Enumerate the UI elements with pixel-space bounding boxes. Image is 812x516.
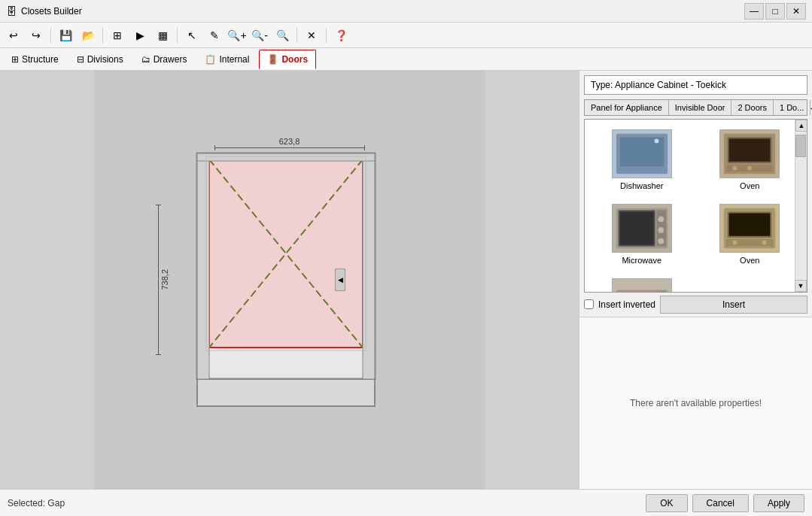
svg-point-13 xyxy=(654,139,658,144)
drawing-area: 623,8 738,2 xyxy=(181,137,399,423)
doors-icon: 🚪 xyxy=(267,54,278,65)
microwave-label: Microwave xyxy=(622,256,661,265)
svg-rect-24 xyxy=(620,212,654,245)
toolbar-sep-5 xyxy=(326,28,327,43)
svg-point-27 xyxy=(658,227,664,233)
appliance-dishwasher[interactable]: Dishwasher xyxy=(588,123,696,197)
microwave-thumb xyxy=(612,204,672,253)
svg-point-20 xyxy=(747,166,752,171)
toolbar-sep-4 xyxy=(297,28,297,43)
structure-icon: ⊞ xyxy=(11,54,19,65)
toolbar-open[interactable]: 📂 xyxy=(78,26,99,45)
dishwasher-thumb xyxy=(612,129,672,178)
canvas-background: 623,8 738,2 xyxy=(94,71,485,489)
toolbar-save[interactable]: 💾 xyxy=(55,26,76,45)
close-button[interactable]: ✕ xyxy=(786,3,806,20)
scroll-up[interactable]: ▲ xyxy=(795,120,807,132)
svg-rect-4 xyxy=(197,379,375,406)
apply-button[interactable]: Apply xyxy=(753,494,804,512)
toolbar-sep-1 xyxy=(50,28,51,43)
svg-rect-5 xyxy=(197,153,209,379)
properties-message: There aren't available properties! xyxy=(630,398,762,408)
toolbar-layout[interactable]: ▦ xyxy=(152,26,173,45)
toolbar-help[interactable]: ❓ xyxy=(330,26,351,45)
internal-icon: 📋 xyxy=(205,54,216,65)
canvas-area: ◀ 623,8 738,2 xyxy=(0,71,579,489)
toolbar-zoom-in[interactable]: 🔍+ xyxy=(227,26,248,45)
bottom-bar: Selected: Gap OK Cancel Apply xyxy=(0,489,812,516)
status-text: Selected: Gap xyxy=(8,498,65,508)
door-tab-panel[interactable]: Panel for Appliance xyxy=(585,100,669,115)
main-toolbar: ↩ ↪ 💾 📂 ⊞ ▶ ▦ ↖ ✎ 🔍+ 🔍- 🔍 ✕ ❓ xyxy=(0,23,812,48)
svg-rect-37 xyxy=(616,290,668,291)
app-title: Closets Builder xyxy=(21,6,744,17)
scroll-thumb[interactable] xyxy=(795,135,806,157)
tab-divisions[interactable]: ⊟ Divisions xyxy=(68,50,132,69)
cabinet-drawing xyxy=(196,152,376,408)
door-tab-invisible[interactable]: Invisible Door xyxy=(669,100,732,115)
window-controls: — □ ✕ xyxy=(744,3,806,20)
insert-inverted-label[interactable]: Insert inverted xyxy=(584,299,655,310)
toolbar-cursor[interactable]: ↖ xyxy=(181,26,202,45)
height-value: 738,2 xyxy=(160,269,169,290)
toolbar-zoom-out[interactable]: 🔍- xyxy=(249,26,270,45)
door-tabs: Panel for Appliance Invisible Door 2 Doo… xyxy=(584,99,807,116)
door-tab-1door[interactable]: 1 Do... xyxy=(774,100,810,115)
bottom-buttons: OK Cancel Apply xyxy=(646,494,804,512)
width-value: 623,8 xyxy=(279,137,300,146)
toolbar-next[interactable]: ▶ xyxy=(129,26,151,45)
toolbar-undo[interactable]: ↩ xyxy=(3,26,24,45)
svg-rect-7 xyxy=(197,153,375,161)
toolbar-sep-3 xyxy=(177,28,178,43)
tab-drawers[interactable]: 🗂 Drawers xyxy=(133,50,196,69)
insert-row: Insert inverted Insert xyxy=(584,296,807,314)
tab-doors[interactable]: 🚪 Doors xyxy=(259,50,316,69)
svg-rect-32 xyxy=(729,214,771,236)
right-panel: Type: Appliance Cabinet - Toekick Panel … xyxy=(579,71,812,489)
toolbar-zoom-fit[interactable]: 🔍 xyxy=(272,26,293,45)
svg-point-19 xyxy=(733,166,737,171)
appliance-grid-wrapper: Dishwasher xyxy=(584,119,807,293)
appliance-oven1[interactable]: Oven xyxy=(696,123,804,197)
toolbar-cancel[interactable]: ✕ xyxy=(301,26,322,45)
properties-panel: There aren't available properties! xyxy=(579,317,812,490)
drawers-icon: 🗂 xyxy=(141,54,151,65)
width-line xyxy=(214,147,365,148)
toolbar-sep-2 xyxy=(102,28,103,43)
ok-button[interactable]: OK xyxy=(646,494,687,512)
divisions-icon: ⊟ xyxy=(77,54,84,65)
oven1-thumb xyxy=(719,129,780,178)
insert-button[interactable]: Insert xyxy=(660,296,807,314)
left-dimension: 738,2 xyxy=(158,205,169,355)
cancel-button[interactable]: Cancel xyxy=(692,494,749,512)
type-header: Type: Appliance Cabinet - Toekick xyxy=(584,75,807,95)
tab-structure[interactable]: ⊞ Structure xyxy=(3,50,67,69)
oven2-label: Oven xyxy=(740,256,759,265)
type-header-text: Type: Appliance Cabinet - Toekick xyxy=(591,80,726,90)
small-thumb xyxy=(612,278,672,292)
appliance-oven2[interactable]: Oven xyxy=(696,197,804,272)
svg-rect-6 xyxy=(363,153,375,379)
tab-internal[interactable]: 📋 Internal xyxy=(196,50,257,69)
svg-point-28 xyxy=(658,238,664,244)
insert-inverted-checkbox[interactable] xyxy=(584,299,594,309)
appliance-small[interactable] xyxy=(588,272,696,292)
maximize-button[interactable]: □ xyxy=(765,3,785,20)
svg-rect-12 xyxy=(619,168,665,172)
door-tab-2doors[interactable]: 2 Doors xyxy=(731,100,774,115)
toolbar-edit[interactable]: ✎ xyxy=(204,26,225,45)
svg-rect-36 xyxy=(613,279,671,292)
app-icon: 🗄 xyxy=(6,5,17,17)
panel-collapse-btn[interactable]: ◀ xyxy=(335,269,345,291)
toolbar-redo[interactable]: ↪ xyxy=(26,26,47,45)
scroll-down[interactable]: ▼ xyxy=(795,280,807,292)
appliance-grid: Dishwasher xyxy=(585,120,807,292)
main-content: ◀ 623,8 738,2 xyxy=(0,71,812,489)
toolbar-grid[interactable]: ⊞ xyxy=(107,26,128,45)
minimize-button[interactable]: — xyxy=(744,3,764,20)
oven2-thumb xyxy=(719,204,780,253)
title-bar: 🗄 Closets Builder — □ ✕ xyxy=(0,0,812,23)
svg-rect-17 xyxy=(729,139,771,162)
scroll-area xyxy=(795,132,807,280)
appliance-microwave[interactable]: Microwave xyxy=(588,197,696,272)
